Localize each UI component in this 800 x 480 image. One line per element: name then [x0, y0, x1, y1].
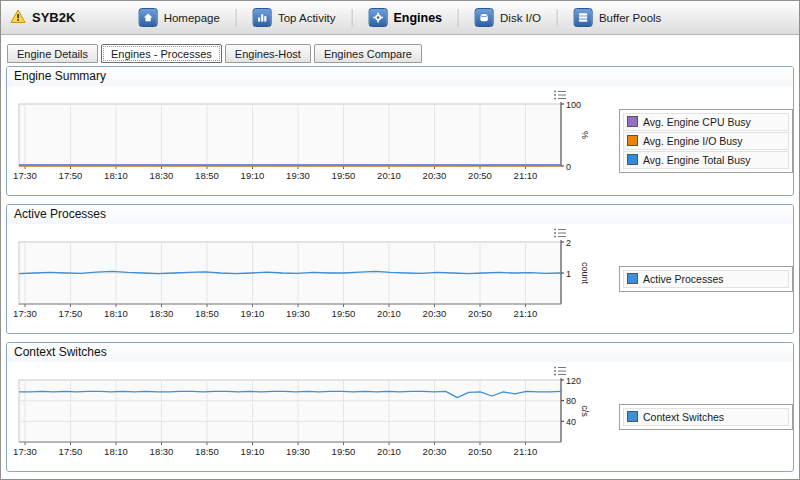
chart-options-icon[interactable]	[552, 364, 567, 377]
svg-text:120: 120	[566, 376, 581, 386]
tab-engines-host[interactable]: Engines-Host	[225, 44, 311, 63]
panel-title: Context Switches	[7, 343, 793, 362]
tab-engine-details[interactable]: Engine Details	[7, 44, 98, 63]
svg-text:20:30: 20:30	[423, 446, 447, 457]
svg-text:count: count	[580, 262, 590, 285]
svg-text:21:10: 21:10	[514, 308, 538, 319]
legend-label: Active Processes	[643, 273, 724, 285]
legend-column: Avg. Engine CPU BusyAvg. Engine I/O Busy…	[615, 86, 793, 195]
svg-text:19:30: 19:30	[286, 170, 310, 181]
svg-text:17:30: 17:30	[13, 308, 37, 319]
svg-text:19:50: 19:50	[332, 446, 356, 457]
legend-item[interactable]: Active Processes	[623, 270, 789, 288]
svg-text:19:50: 19:50	[332, 308, 356, 319]
legend: Active Processes	[619, 266, 793, 292]
tab-bar: Engine Details Engines - Processes Engin…	[1, 35, 799, 63]
svg-text:19:10: 19:10	[241, 308, 265, 319]
legend-item[interactable]: Avg. Engine I/O Busy	[623, 132, 789, 150]
panel-title: Engine Summary	[7, 67, 793, 86]
svg-text:21:10: 21:10	[514, 170, 538, 181]
legend-swatch	[627, 154, 638, 165]
nav-separator	[236, 9, 237, 27]
svg-text:20:30: 20:30	[423, 308, 447, 319]
legend-swatch	[627, 411, 638, 422]
svg-text:18:10: 18:10	[104, 170, 128, 181]
nav-top-activity[interactable]: Top Activity	[247, 5, 342, 30]
nav-label: Disk I/O	[500, 12, 541, 24]
context-switches-chart[interactable]: 17:3017:5018:1018:3018:5019:1019:3019:50…	[7, 362, 615, 471]
legend-item[interactable]: Avg. Engine Total Busy	[623, 151, 789, 169]
legend-swatch	[627, 116, 638, 127]
svg-text:18:50: 18:50	[195, 308, 219, 319]
nav-homepage[interactable]: Homepage	[133, 5, 226, 30]
legend-column: Active Processes	[615, 224, 793, 333]
svg-text:17:30: 17:30	[13, 446, 37, 457]
tab-engines-processes[interactable]: Engines - Processes	[101, 44, 222, 63]
svg-text:20:50: 20:50	[468, 308, 492, 319]
svg-text:17:30: 17:30	[13, 170, 37, 181]
svg-text:18:10: 18:10	[104, 446, 128, 457]
nav-label: Buffer Pools	[599, 12, 661, 24]
svg-text:20:10: 20:10	[377, 446, 401, 457]
svg-text:c/s: c/s	[580, 405, 590, 417]
svg-text:20:50: 20:50	[468, 170, 492, 181]
nav-separator	[458, 9, 459, 27]
svg-text:20:50: 20:50	[468, 446, 492, 457]
legend-swatch	[627, 135, 638, 146]
nav-label: Homepage	[164, 12, 220, 24]
nav-label: Top Activity	[278, 12, 336, 24]
chart-canvas: 17:3017:5018:1018:3018:5019:1019:3019:50…	[9, 88, 613, 188]
svg-text:2: 2	[566, 238, 571, 248]
svg-text:19:30: 19:30	[286, 308, 310, 319]
svg-text:17:50: 17:50	[59, 308, 83, 319]
legend-label: Avg. Engine I/O Busy	[643, 135, 743, 147]
svg-text:1: 1	[566, 269, 571, 279]
chart-options-icon[interactable]	[552, 88, 567, 101]
legend-swatch	[627, 273, 638, 284]
tab-engines-compare[interactable]: Engines Compare	[314, 44, 422, 63]
header-bar: SYB2K Homepage	[1, 1, 799, 35]
svg-text:19:30: 19:30	[286, 446, 310, 457]
nav-buffer-pools[interactable]: Buffer Pools	[568, 5, 667, 30]
svg-text:18:50: 18:50	[195, 170, 219, 181]
legend: Avg. Engine CPU BusyAvg. Engine I/O Busy…	[619, 109, 793, 173]
engine-gear-icon	[368, 8, 387, 27]
active-processes-chart[interactable]: 17:3017:5018:1018:3018:5019:1019:3019:50…	[7, 224, 615, 333]
disk-icon	[475, 8, 494, 27]
svg-text:0: 0	[566, 162, 571, 172]
nav-separator	[351, 9, 352, 27]
svg-text:100: 100	[566, 100, 581, 110]
chart-canvas: 17:3017:5018:1018:3018:5019:1019:3019:50…	[9, 364, 613, 464]
content-area: Engine Summary 17:3017:5018:1018:3018:50…	[1, 63, 799, 472]
nav-label: Engines	[393, 11, 442, 25]
legend-item[interactable]: Avg. Engine CPU Busy	[623, 113, 789, 131]
nav-engines[interactable]: Engines	[362, 5, 448, 30]
bar-chart-icon	[253, 8, 272, 27]
nav-separator	[557, 9, 558, 27]
svg-text:18:10: 18:10	[104, 308, 128, 319]
engine-summary-chart[interactable]: 17:3017:5018:1018:3018:5019:1019:3019:50…	[7, 86, 615, 195]
panel-context-switches: Context Switches 17:3017:5018:1018:3018:…	[6, 342, 794, 472]
svg-text:80: 80	[566, 396, 576, 406]
svg-text:17:50: 17:50	[59, 446, 83, 457]
legend-item[interactable]: Context Switches	[623, 408, 789, 426]
buffer-pools-icon	[574, 8, 593, 27]
svg-text:%: %	[580, 131, 590, 139]
chart-canvas: 17:3017:5018:1018:3018:5019:1019:3019:50…	[9, 226, 613, 326]
panel-title: Active Processes	[7, 205, 793, 224]
svg-text:21:10: 21:10	[514, 446, 538, 457]
svg-text:18:30: 18:30	[150, 446, 174, 457]
panel-active-processes: Active Processes 17:3017:5018:1018:3018:…	[6, 204, 794, 334]
svg-text:20:10: 20:10	[377, 170, 401, 181]
svg-text:18:50: 18:50	[195, 446, 219, 457]
nav-disk-io[interactable]: Disk I/O	[469, 5, 547, 30]
home-icon	[139, 8, 158, 27]
legend-column: Context Switches	[615, 362, 793, 471]
legend-label: Context Switches	[643, 411, 724, 423]
main-navigation: Homepage Top Activity	[133, 5, 668, 30]
svg-text:19:10: 19:10	[241, 170, 265, 181]
svg-text:18:30: 18:30	[150, 308, 174, 319]
chart-options-icon[interactable]	[552, 226, 567, 239]
svg-text:20:10: 20:10	[377, 308, 401, 319]
page-title: SYB2K	[32, 10, 75, 25]
